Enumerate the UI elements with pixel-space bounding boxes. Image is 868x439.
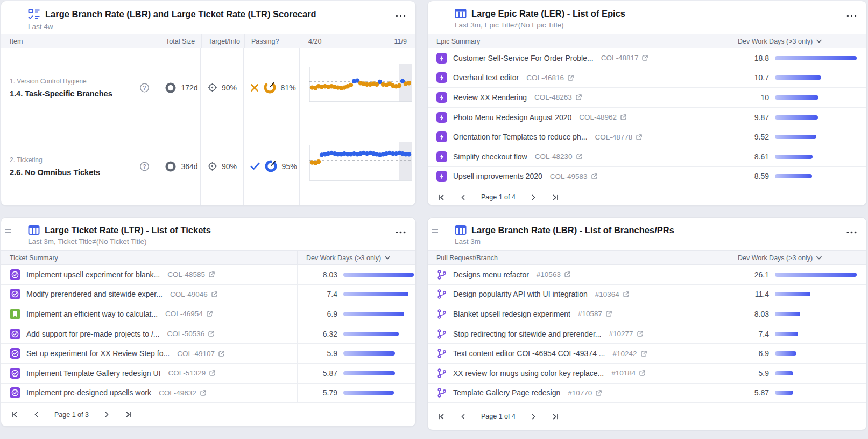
table-row[interactable]: Blanket upsell redesign experiment #1058… — [428, 304, 866, 324]
drag-handle-icon[interactable] — [432, 229, 439, 233]
item-id-link[interactable]: COL-48263 — [534, 93, 572, 101]
more-menu-button[interactable] — [394, 227, 407, 238]
scorecard-row[interactable]: 2. Ticketing 2.6. No Omnibus Tickets ? 3… — [1, 127, 415, 206]
table-row[interactable]: Customer Self-Service For Order Proble..… — [428, 48, 866, 68]
table-row[interactable]: Designs menu refactor #10563 26.1 — [428, 265, 866, 285]
external-link-icon[interactable] — [218, 350, 225, 357]
external-link-icon[interactable] — [567, 74, 574, 81]
drag-handle-icon[interactable] — [5, 13, 12, 16]
prev-page-button[interactable] — [452, 410, 474, 423]
table-row[interactable]: Implement Template Gallery redesign UI C… — [1, 364, 415, 384]
external-link-icon[interactable] — [623, 291, 630, 298]
last-page-button[interactable] — [545, 410, 567, 423]
external-link-icon[interactable] — [208, 330, 215, 337]
prev-page-button[interactable] — [25, 408, 47, 421]
item-id-link[interactable]: #10242 — [613, 350, 637, 358]
item-id-link[interactable]: COL-51329 — [168, 369, 206, 377]
item-id-link[interactable]: #10563 — [537, 270, 561, 278]
table-row[interactable]: Modify prerendered and sitewide exper...… — [1, 285, 415, 305]
drag-handle-icon[interactable] — [432, 13, 439, 16]
next-page-button[interactable] — [96, 408, 118, 421]
drag-handle-icon[interactable] — [5, 229, 12, 233]
external-link-icon[interactable] — [595, 389, 602, 396]
column-header-item[interactable]: Item — [1, 34, 159, 48]
column-header-target[interactable]: Target/Info — [201, 34, 244, 48]
first-page-button[interactable] — [3, 408, 25, 421]
column-header-summary[interactable]: Ticket Summary — [1, 251, 297, 264]
table-row[interactable]: Design popularity API with UI integratio… — [428, 285, 866, 305]
external-link-icon[interactable] — [575, 94, 582, 101]
item-id-link[interactable]: COL-46954 — [165, 310, 203, 318]
table-row[interactable]: Implement upsell experiment for blank...… — [1, 265, 415, 285]
table-row[interactable]: Implement pre-designed upsells work COL-… — [1, 384, 415, 403]
more-menu-button[interactable] — [845, 10, 858, 22]
first-page-button[interactable] — [430, 410, 452, 423]
table-row[interactable]: Text content editor COL-46954 COL-49374 … — [428, 344, 866, 364]
table-row[interactable]: Orientation for Templates to reduce ph..… — [428, 127, 866, 147]
item-id-link[interactable]: COL-48585 — [167, 270, 205, 278]
external-link-icon[interactable] — [564, 271, 571, 278]
more-menu-button[interactable] — [394, 10, 407, 22]
external-link-icon[interactable] — [640, 350, 647, 357]
column-header-size[interactable]: Total Size — [159, 34, 201, 48]
external-link-icon[interactable] — [591, 173, 598, 180]
external-link-icon[interactable] — [206, 310, 213, 317]
column-header-value[interactable]: Dev Work Days (>3 only) — [729, 251, 866, 264]
next-page-button[interactable] — [523, 410, 545, 423]
item-id-link[interactable]: COL-46816 — [526, 74, 564, 82]
prev-page-button[interactable] — [452, 191, 474, 204]
external-link-icon[interactable] — [636, 134, 643, 141]
table-row[interactable]: Overhaul text editor COL-46816 10.7 — [428, 68, 866, 88]
item-id-link[interactable]: COL-49046 — [170, 290, 208, 298]
table-row[interactable]: Upsell improvements 2020 COL-49583 8.59 — [428, 167, 866, 187]
help-icon[interactable]: ? — [139, 161, 150, 171]
external-link-icon[interactable] — [641, 54, 648, 61]
table-row[interactable]: Simplify checkout flow COL-48230 8.61 — [428, 147, 866, 167]
table-row[interactable]: Add support for pre-made projects to /..… — [1, 324, 415, 344]
table-row[interactable]: Stop redirecting for sitewide and preren… — [428, 324, 866, 344]
external-link-icon[interactable] — [209, 370, 216, 377]
column-header-value[interactable]: Dev Work Days (>3 only) — [729, 34, 866, 48]
column-header-passing[interactable]: Passing? — [244, 34, 301, 48]
sparkline-cell[interactable] — [299, 127, 415, 205]
item-id-link[interactable]: COL-48230 — [535, 152, 573, 161]
item-id-link[interactable]: #10364 — [595, 290, 619, 298]
table-row[interactable]: Photo Menu Redesign August 2020 COL-4896… — [428, 108, 866, 128]
item-id-link[interactable]: COL-48817 — [601, 54, 639, 62]
item-id-link[interactable]: #10277 — [609, 330, 633, 338]
table-row[interactable]: XX review for mugs using color key repla… — [428, 364, 866, 384]
column-header-value[interactable]: Dev Work Days (>3 only) — [297, 251, 415, 264]
table-row[interactable]: Set up experiment for XX Review Step fo.… — [1, 344, 415, 364]
item-id-link[interactable]: COL-49583 — [550, 172, 588, 180]
table-row[interactable]: Review XX Rendering COL-48263 10 — [428, 88, 866, 108]
first-page-button[interactable] — [430, 191, 452, 204]
item-id-link[interactable]: COL-48778 — [595, 133, 633, 141]
item-id-link[interactable]: COL-49107 — [177, 350, 215, 358]
help-icon[interactable]: ? — [139, 82, 150, 93]
item-id-link[interactable]: #10587 — [578, 310, 602, 318]
external-link-icon[interactable] — [637, 330, 644, 337]
column-header-summary[interactable]: Epic Summary — [428, 34, 729, 48]
column-header-summary[interactable]: Pull Request/Branch — [428, 251, 729, 264]
table-row[interactable]: Implement an efficient way to calculat..… — [1, 304, 415, 324]
last-page-button[interactable] — [118, 408, 140, 421]
item-id-link[interactable]: #10770 — [568, 389, 592, 397]
scorecard-row[interactable]: 1. Version Control Hygiene 1.4. Task-Spe… — [1, 48, 415, 127]
external-link-icon[interactable] — [200, 389, 207, 396]
item-id-link[interactable]: COL-49632 — [159, 389, 196, 397]
last-page-button[interactable] — [545, 191, 567, 204]
external-link-icon[interactable] — [605, 310, 612, 317]
more-menu-button[interactable] — [845, 227, 858, 238]
external-link-icon[interactable] — [208, 271, 215, 278]
next-page-button[interactable] — [523, 191, 545, 204]
external-link-icon[interactable] — [576, 153, 583, 160]
external-link-icon[interactable] — [620, 114, 627, 121]
item-id-link[interactable]: #10184 — [611, 369, 636, 377]
item-id-link[interactable]: COL-50536 — [167, 330, 204, 338]
external-link-icon[interactable] — [639, 370, 646, 377]
sparkline-cell[interactable] — [299, 48, 415, 127]
item-id-link[interactable]: COL-48962 — [579, 113, 617, 121]
value-bar-track — [775, 391, 857, 395]
external-link-icon[interactable] — [211, 291, 218, 298]
table-row[interactable]: Template Gallery Page redesign #10770 5.… — [428, 384, 866, 403]
